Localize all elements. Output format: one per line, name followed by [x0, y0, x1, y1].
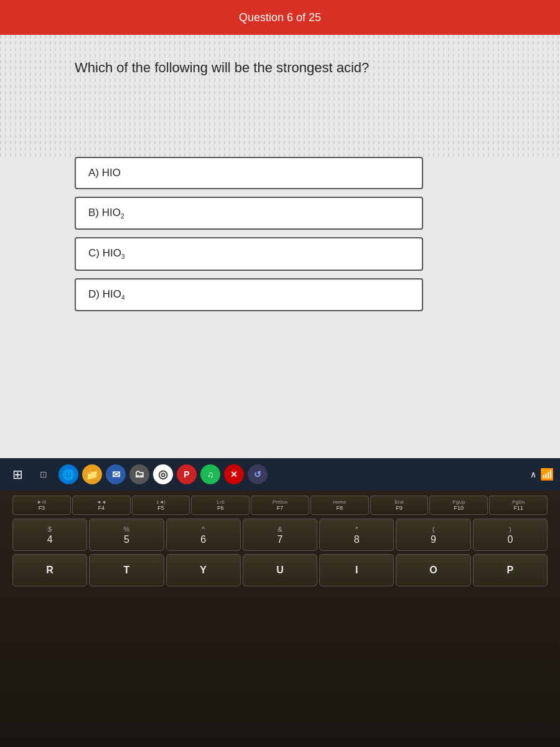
taskbar-spotify-icon[interactable]: ♫: [200, 464, 220, 484]
key-i[interactable]: I: [319, 554, 394, 586]
taskbar-x-icon[interactable]: ✕: [224, 464, 244, 484]
taskbar-mail-icon[interactable]: ✉: [106, 464, 126, 484]
taskbar-edge-icon[interactable]: 🌐: [58, 464, 78, 484]
fn-key-f10[interactable]: PgUp F10: [429, 496, 488, 515]
option-c[interactable]: C) HIO3: [75, 237, 423, 270]
question-text: Which of the following will be the stron…: [75, 60, 369, 76]
key-y[interactable]: Y: [166, 554, 241, 586]
num-key-8[interactable]: * 8: [319, 519, 394, 551]
tray-chevron[interactable]: ∧: [530, 469, 536, 479]
key-t[interactable]: T: [89, 554, 164, 586]
num-key-6[interactable]: ^ 6: [166, 519, 241, 551]
taskbar-search[interactable]: ⊡: [32, 463, 55, 486]
letter-key-row-qwerty: R T Y U I O P: [12, 554, 548, 586]
screen-area: Which of the following will be the stron…: [0, 35, 560, 458]
key-p[interactable]: P: [473, 554, 548, 586]
num-key-9[interactable]: ( 9: [396, 519, 470, 551]
num-key-4[interactable]: $ 4: [12, 519, 87, 551]
question-counter: Question 6 of 25: [239, 11, 321, 24]
fn-key-f7[interactable]: PrtScn F7: [251, 496, 309, 515]
fn-key-f4[interactable]: ◄◄ F4: [72, 496, 131, 515]
option-d[interactable]: D) HIO4: [75, 278, 423, 311]
option-a[interactable]: A) HIO: [75, 157, 423, 189]
taskbar-chrome-icon[interactable]: ◎: [153, 464, 173, 484]
fn-key-f8[interactable]: Home F8: [310, 496, 369, 515]
options-container: A) HIO B) HIO2 C) HIO3 D) HIO4: [75, 157, 423, 311]
fn-key-row: ►/II F3 ◄◄ F4 1◄) F5 1♪0 F6 PrtScn F7 Ho…: [12, 496, 548, 515]
taskbar-folder-icon[interactable]: 📁: [82, 464, 102, 484]
num-key-0[interactable]: ) 0: [473, 519, 548, 551]
top-bar: Question 6 of 25: [0, 0, 560, 35]
taskbar: ⊞ ⊡ 🌐 📁 ✉ 🗂 ◎ P ♫ ✕ ↺ ∧ 📶: [0, 458, 560, 491]
fn-key-f6[interactable]: 1♪0 F6: [191, 496, 250, 515]
num-key-7[interactable]: & 7: [243, 519, 317, 551]
tray-wifi[interactable]: 📶: [540, 467, 554, 481]
option-b[interactable]: B) HIO2: [75, 197, 423, 230]
taskbar-p-icon[interactable]: P: [177, 464, 197, 484]
fn-key-f3[interactable]: ►/II F3: [12, 496, 71, 515]
fn-key-f11[interactable]: PgDn F11: [489, 496, 548, 515]
key-u[interactable]: U: [243, 554, 317, 586]
system-tray: ∧ 📶: [530, 467, 554, 481]
key-o[interactable]: O: [396, 554, 470, 586]
taskbar-files-icon[interactable]: 🗂: [129, 464, 149, 484]
num-key-5[interactable]: % 5: [89, 519, 164, 551]
keyboard-area: ►/II F3 ◄◄ F4 1◄) F5 1♪0 F6 PrtScn F7 Ho…: [0, 491, 560, 747]
windows-start-button[interactable]: ⊞: [6, 463, 29, 486]
key-r[interactable]: R: [12, 554, 87, 586]
taskbar-refresh-icon[interactable]: ↺: [248, 464, 268, 484]
fn-key-f9[interactable]: End F9: [370, 496, 429, 515]
fn-key-f5[interactable]: 1◄) F5: [132, 496, 190, 515]
number-key-row: $ 4 % 5 ^ 6 & 7 * 8 ( 9 ) 0: [12, 519, 548, 551]
